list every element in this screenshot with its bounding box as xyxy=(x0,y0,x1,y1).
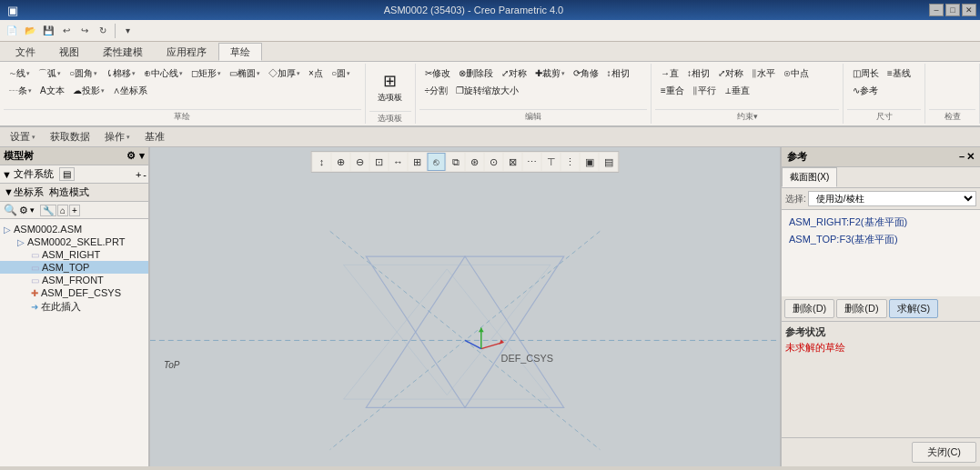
trim-button[interactable]: ✚裁剪▾ xyxy=(531,65,569,82)
equal-button[interactable]: ≡重合 xyxy=(657,83,688,99)
centerline-button[interactable]: ⊕中心线▾ xyxy=(140,65,187,82)
midpoint-button[interactable]: ⊙中点 xyxy=(780,65,813,82)
redo-button[interactable]: ↪ xyxy=(76,23,93,39)
tree-item-asm-top[interactable]: ▭ ASM_TOP xyxy=(0,261,148,274)
canvas-btn-layers[interactable]: ▣ xyxy=(581,153,599,171)
circle-button[interactable]: ○圆▾ xyxy=(328,65,354,82)
model-tree-add-icon[interactable]: 🔧 xyxy=(40,205,56,216)
tree-item-asm0002[interactable]: ▷ ASM0002.ASM xyxy=(0,223,148,235)
project-button[interactable]: ☁投影▾ xyxy=(69,83,108,99)
ref-item-1[interactable]: ASM_RIGHT:F2(基准平面) xyxy=(785,214,976,231)
canvas-btn-wireframe[interactable]: ⊙ xyxy=(485,153,503,171)
canvas-btn-zoom-out[interactable]: ⊖ xyxy=(351,153,369,171)
ref-item-2[interactable]: ASM_TOP:F3(基准平面) xyxy=(785,231,976,248)
restore-button[interactable]: □ xyxy=(945,4,960,16)
tab-section-view[interactable]: 截面图(X) xyxy=(782,167,837,187)
select-combo[interactable]: 使用边/棱柱 使用曲面 使用偏移 xyxy=(808,191,976,206)
more-button[interactable]: ▾ xyxy=(119,23,136,39)
canvas-btn-zoom-box[interactable]: ⊡ xyxy=(370,153,389,171)
collapse-icon[interactable]: - xyxy=(143,169,146,180)
coords-button[interactable]: ∧坐标系 xyxy=(109,83,151,99)
canvas-btn-spin[interactable]: ⧉ xyxy=(447,153,465,171)
point-button[interactable]: ×点 xyxy=(305,65,327,82)
horizontal-button[interactable]: ‖水平 xyxy=(748,65,779,82)
options-palette-button[interactable]: ⊞ 选项板 xyxy=(374,65,407,109)
ellipse-button[interactable]: ▭椭圆▾ xyxy=(226,65,264,82)
modify-button[interactable]: ✂修改 xyxy=(421,65,454,82)
tree-view-button[interactable]: ▤ xyxy=(59,167,75,181)
tree-item-asm-front[interactable]: ▭ ASM_FRONT xyxy=(0,274,148,286)
scale-rotate-button[interactable]: ❐旋转缩放大小 xyxy=(452,83,522,99)
close-panel-button[interactable]: 关闭(C) xyxy=(912,442,976,463)
model-tree-search-icon[interactable]: 🔍 xyxy=(4,204,17,216)
chamfer-button[interactable]: ⟳角修 xyxy=(570,65,602,82)
tab-file[interactable]: 文件 xyxy=(4,43,47,61)
panel-settings-icon[interactable]: ⚙ xyxy=(126,150,136,162)
delete-segment-button[interactable]: ⊗删除段 xyxy=(455,65,497,82)
solve-button[interactable]: 求解(S) xyxy=(889,299,939,318)
tab-view[interactable]: 视图 xyxy=(47,43,91,61)
perimeter-button[interactable]: ◫周长 xyxy=(849,65,883,82)
canvas-btn-hidden[interactable]: ⊠ xyxy=(504,153,522,171)
canvas-btn-shade[interactable]: ⊛ xyxy=(466,153,484,171)
canvas-btn-view[interactable]: ▤ xyxy=(600,153,618,171)
model-tree-filter-icon[interactable]: ⌂ xyxy=(57,205,68,216)
right-panel-close-icon[interactable]: ✕ xyxy=(966,151,975,163)
reference-dim-button[interactable]: ∿参考 xyxy=(849,83,882,99)
get-data-button[interactable]: 获取数据 xyxy=(44,128,96,145)
divide-button[interactable]: ÷分割 xyxy=(421,83,452,99)
tangent-button[interactable]: ↕相切 xyxy=(683,65,713,82)
thicken-button[interactable]: ◇加厚▾ xyxy=(265,65,304,82)
right-panel-minimize-icon[interactable]: – xyxy=(959,151,965,163)
fillet-button[interactable]: ○圆角▾ xyxy=(66,65,101,82)
tree-item-insert-here[interactable]: ➜ 在此插入 xyxy=(0,299,148,315)
refresh-button[interactable]: ↻ xyxy=(95,23,111,39)
delete-all-button[interactable]: 删除(D) xyxy=(836,299,886,318)
model-tree-setting-icon[interactable]: ⚙ xyxy=(19,205,28,216)
coincident-button[interactable]: →直 xyxy=(657,65,682,82)
settings-button[interactable]: 设置▾ xyxy=(4,128,42,145)
text-button[interactable]: A文本 xyxy=(36,83,68,99)
canvas-btn-vert[interactable]: ⋮ xyxy=(561,153,580,171)
spline-button[interactable]: ┄条▾ xyxy=(5,83,35,99)
new-button[interactable]: 📄 xyxy=(4,23,20,39)
canvas-btn-fit[interactable]: ↕ xyxy=(313,153,331,171)
tab-flexible-modeling[interactable]: 柔性建模 xyxy=(91,43,155,61)
perpendicular-button[interactable]: ⊥垂直 xyxy=(721,83,753,99)
tab-applications[interactable]: 应用程序 xyxy=(155,43,218,61)
canvas-btn-pan[interactable]: ↔ xyxy=(389,153,408,171)
parallel-button[interactable]: ∥平行 xyxy=(689,83,720,99)
datum-button[interactable]: 基准 xyxy=(138,128,171,145)
canvas-btn-zoom-in[interactable]: ⊕ xyxy=(332,153,350,171)
line-button[interactable]: ∼线▾ xyxy=(5,65,34,82)
rectangle-button[interactable]: ◻矩形▾ xyxy=(187,65,225,82)
tree-item-skel[interactable]: ▷ ASM0002_SKEL.PRT xyxy=(0,235,148,248)
arc-button[interactable]: ⌒弧▾ xyxy=(35,65,65,82)
intersect-button[interactable]: ↕相切 xyxy=(603,65,633,82)
save-button[interactable]: 💾 xyxy=(40,23,56,39)
model-tree-chevron-icon[interactable]: ▾ xyxy=(30,205,35,215)
operations-button[interactable]: 操作▾ xyxy=(98,128,136,145)
canvas-btn-top[interactable]: ⊤ xyxy=(542,153,561,171)
minimize-button[interactable]: – xyxy=(929,4,944,16)
tree-item-asm-right[interactable]: ▭ ASM_RIGHT xyxy=(0,248,148,261)
delete-ref-button[interactable]: 删除(D) xyxy=(784,299,834,318)
canvas-btn-grid[interactable]: ⊞ xyxy=(409,153,427,171)
mirror-button[interactable]: ⤢对称 xyxy=(498,65,530,82)
symmetric-button[interactable]: ⤢对称 xyxy=(714,65,747,82)
tree-item-asm-csys[interactable]: ✚ ASM_DEF_CSYS xyxy=(0,286,148,299)
canvas-btn-select[interactable]: ⎋ xyxy=(428,153,446,171)
panel-more-icon[interactable]: ▾ xyxy=(139,150,145,162)
close-button[interactable]: ✕ xyxy=(962,4,976,16)
canvas-btn-more[interactable]: ⋯ xyxy=(523,153,541,171)
expand-icon[interactable]: + xyxy=(136,169,141,180)
right-panel-tabs: 截面图(X) xyxy=(782,167,980,188)
ribbon-group-check-label: 检查 xyxy=(929,109,975,124)
undo-button[interactable]: ↩ xyxy=(58,23,75,39)
model-tree-expand-icon[interactable]: + xyxy=(69,205,80,216)
baseline-button[interactable]: ≡基线 xyxy=(884,65,914,82)
open-button[interactable]: 📂 xyxy=(22,23,38,39)
offset-button[interactable]: ⤹棉移▾ xyxy=(102,65,139,82)
ribbon-group-draw: ∼线▾ ⌒弧▾ ○圆角▾ ⤹棉移▾ ⊕中心线▾ ◻矩形▾ ▭椭圆▾ ◇加厚▾ ×… xyxy=(0,64,366,124)
tab-sketch[interactable]: 草绘 xyxy=(218,43,262,61)
